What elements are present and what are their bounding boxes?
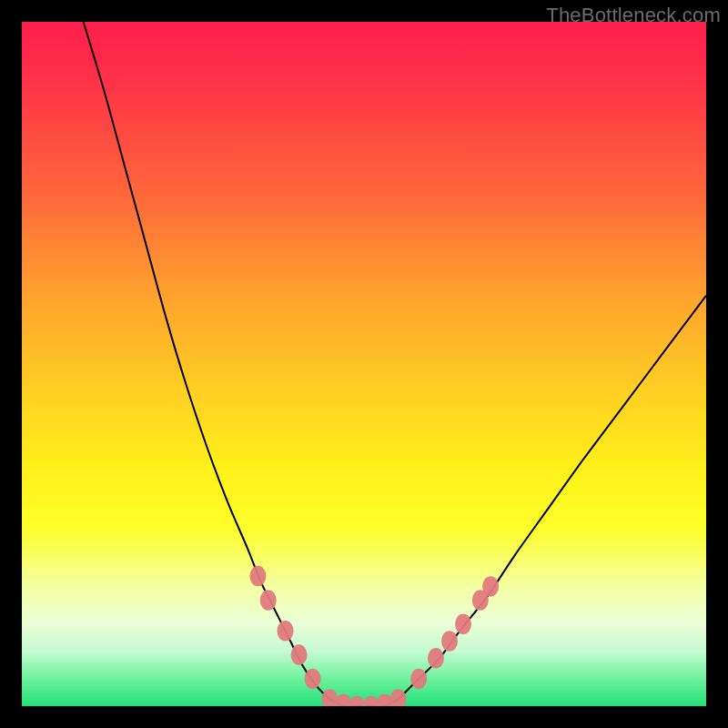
data-marker xyxy=(410,669,427,690)
bottleneck-curve xyxy=(84,22,706,706)
data-marker xyxy=(441,631,458,652)
marker-group xyxy=(249,566,499,706)
data-marker xyxy=(291,644,308,665)
chart-stage: TheBottleneck.com xyxy=(0,0,728,728)
data-marker xyxy=(455,614,471,635)
plot-area xyxy=(22,22,706,706)
data-marker xyxy=(278,621,294,642)
data-marker xyxy=(249,566,266,587)
curve-layer xyxy=(22,22,706,706)
data-marker xyxy=(260,590,277,611)
watermark-text: TheBottleneck.com xyxy=(546,4,721,27)
data-marker xyxy=(428,648,444,669)
data-marker xyxy=(305,669,321,690)
data-marker xyxy=(482,576,499,597)
data-marker xyxy=(390,689,407,706)
